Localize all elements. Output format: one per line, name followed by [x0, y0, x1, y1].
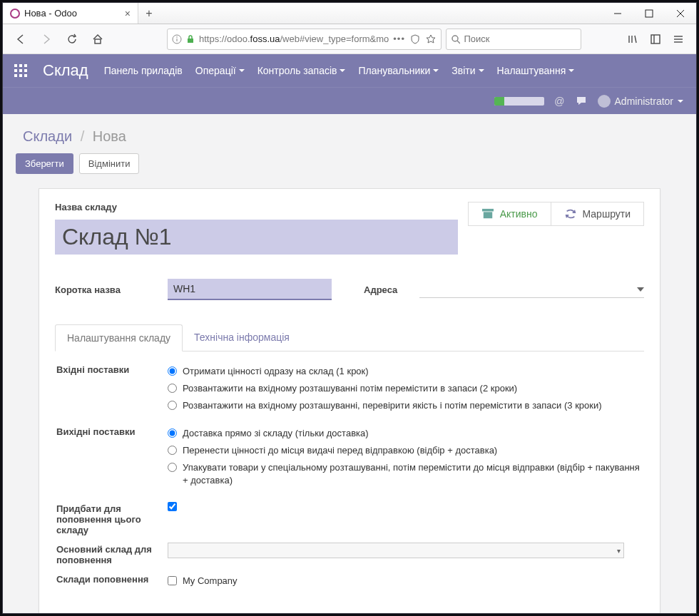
svg-rect-4 — [95, 39, 101, 43]
menu-reports[interactable]: Звіти — [451, 65, 484, 76]
home-button[interactable] — [87, 29, 108, 50]
protection-icon[interactable] — [409, 34, 421, 45]
favicon-icon — [10, 9, 20, 19]
url-bar[interactable]: https://odoo.foss.ua/web#view_type=form&… — [167, 29, 442, 50]
tab-technical-info[interactable]: Технічна інформація — [183, 324, 301, 351]
odoo-systray: @ Administrator — [3, 87, 696, 114]
browser-toolbar: https://odoo.foss.ua/web#view_type=form&… — [3, 24, 696, 54]
svg-point-7 — [176, 36, 178, 38]
routes-button[interactable]: Маршрути — [551, 202, 643, 225]
active-toggle[interactable]: Активно — [469, 202, 551, 225]
user-name: Administrator — [615, 96, 673, 107]
chevron-down-icon — [637, 287, 644, 292]
tab-warehouse-config[interactable]: Налаштування складу — [55, 324, 183, 351]
notebook-tabs: Налаштування складу Технічна інформація — [55, 324, 644, 351]
refresh-icon — [564, 208, 577, 220]
chevron-down-icon — [239, 69, 245, 72]
address-label: Адреса — [364, 284, 407, 295]
avatar — [598, 95, 611, 108]
app-title[interactable]: Склад — [43, 61, 88, 80]
menu-inventory[interactable]: Контроль запасів — [257, 65, 346, 76]
sidebar-icon[interactable] — [645, 29, 666, 50]
outgoing-opt2[interactable]: Перенести цінності до місця видачі перед… — [168, 442, 643, 459]
close-tab-icon[interactable]: × — [125, 8, 131, 19]
close-window-button[interactable] — [665, 3, 696, 24]
active-label: Активно — [500, 208, 538, 220]
outgoing-opt1[interactable]: Доставка прямо зі складу (тільки доставк… — [168, 425, 643, 442]
window-titlebar: Нова - Odoo × + — [3, 3, 696, 24]
new-tab-button[interactable]: + — [138, 3, 160, 24]
chevron-down-icon — [433, 69, 439, 72]
forward-button[interactable] — [36, 29, 57, 50]
discard-button[interactable]: Відмінити — [79, 153, 140, 174]
archive-icon — [481, 208, 494, 220]
url-text: https://odoo.foss.ua/web#view_type=form&… — [199, 34, 389, 44]
search-input[interactable] — [464, 34, 576, 44]
minimize-button[interactable] — [602, 3, 633, 24]
save-button[interactable]: Зберегти — [16, 153, 73, 174]
window-controls — [602, 3, 696, 24]
svg-rect-8 — [188, 38, 193, 43]
info-icon — [172, 34, 182, 44]
buy-resupply-label: Придбати для поповнення цього складу — [56, 502, 168, 535]
library-icon[interactable] — [622, 29, 643, 50]
chevron-down-icon — [678, 100, 683, 103]
incoming-opt2[interactable]: Розвантажити на вхідному розташуванні по… — [168, 380, 643, 397]
back-button[interactable] — [10, 29, 31, 50]
menu-dashboard[interactable]: Панель приладів — [104, 65, 183, 76]
warehouse-name-label: Назва складу — [55, 202, 458, 212]
maximize-button[interactable] — [633, 3, 665, 24]
progress-indicator[interactable] — [494, 97, 544, 106]
svg-marker-9 — [427, 35, 435, 43]
svg-rect-1 — [646, 10, 653, 17]
form-sheet: Назва складу Активно Маршрути — [39, 188, 660, 613]
outgoing-opt3[interactable]: Упакувати товари у спеціальному розташув… — [168, 459, 643, 489]
svg-rect-21 — [483, 212, 491, 218]
browser-search[interactable] — [446, 29, 581, 50]
chevron-down-icon — [568, 69, 574, 72]
short-name-input[interactable] — [168, 279, 332, 300]
lock-icon — [186, 35, 195, 43]
default-resupply-select[interactable]: ▾ — [168, 543, 624, 558]
short-name-label: Коротка назва — [55, 284, 155, 295]
menu-operations[interactable]: Операції — [195, 65, 245, 76]
resupply-wh-label: Склади поповнення — [56, 573, 168, 585]
chevron-down-icon — [479, 69, 484, 72]
odoo-navbar: Склад Панель приладів Операції Контроль … — [3, 54, 696, 87]
stat-buttons: Активно Маршрути — [468, 202, 644, 226]
outgoing-label: Вихідні поставки — [56, 425, 168, 437]
svg-rect-20 — [482, 209, 494, 212]
menu-settings[interactable]: Налаштування — [497, 65, 575, 76]
breadcrumb-root[interactable]: Склади — [23, 128, 72, 144]
main-menu: Панель приладів Операції Контроль запасі… — [104, 65, 575, 76]
svg-line-11 — [457, 41, 460, 43]
app-menu-icon[interactable] — [668, 29, 689, 50]
buy-resupply-checkbox[interactable] — [168, 502, 177, 511]
default-resupply-label: Основний склад для поповнення — [56, 543, 168, 565]
menu-schedulers[interactable]: Планувальники — [358, 65, 439, 76]
breadcrumb: Склади / Нова — [13, 128, 686, 145]
action-buttons: Зберегти Відмінити — [13, 153, 686, 174]
page-actions-icon[interactable]: ••• — [393, 34, 405, 44]
svg-point-10 — [452, 36, 458, 41]
resupply-company-checkbox[interactable]: My Company — [168, 573, 643, 590]
svg-line-14 — [635, 36, 636, 43]
address-dropdown[interactable] — [419, 281, 644, 298]
apps-icon[interactable] — [14, 64, 27, 77]
bookmark-star-icon[interactable] — [425, 34, 437, 45]
svg-rect-15 — [651, 35, 660, 43]
debug-icon[interactable]: @ — [554, 96, 564, 107]
chevron-down-icon — [340, 69, 345, 72]
routes-label: Маршрути — [583, 208, 631, 220]
incoming-label: Вхідні поставки — [56, 363, 168, 375]
warehouse-name-input[interactable] — [55, 220, 458, 255]
tab-title: Нова - Odoo — [24, 8, 121, 19]
incoming-opt1[interactable]: Отримати цінності одразу на склад (1 кро… — [168, 363, 643, 380]
incoming-opt3[interactable]: Розвантажити на вхідному розташуванні, п… — [168, 397, 643, 414]
browser-tab[interactable]: Нова - Odoo × — [3, 3, 138, 24]
chat-icon[interactable] — [575, 95, 588, 108]
reload-button[interactable] — [61, 29, 83, 50]
user-menu[interactable]: Administrator — [598, 95, 683, 108]
breadcrumb-current: Нова — [93, 128, 126, 144]
search-icon — [451, 34, 460, 44]
